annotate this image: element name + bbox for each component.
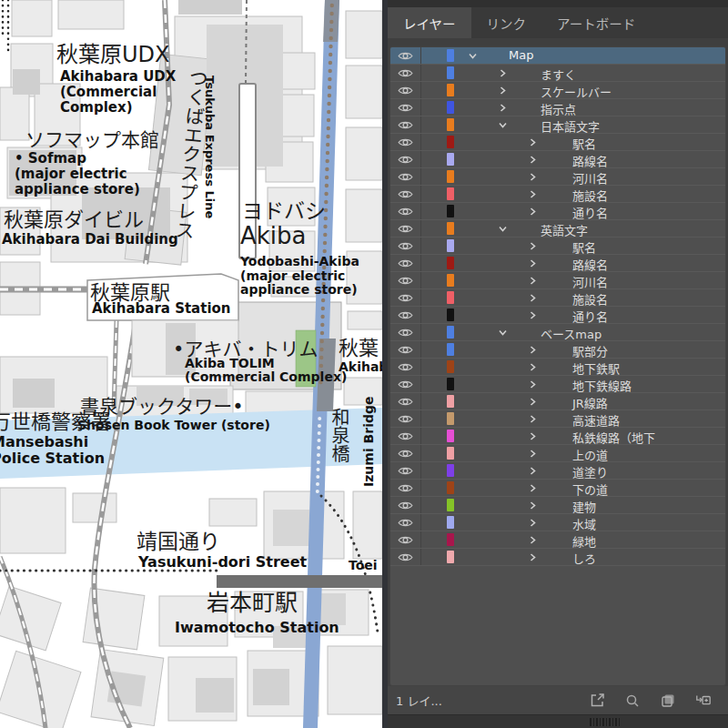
chevron-right-icon[interactable]	[528, 414, 538, 424]
visibility-eye-icon[interactable]	[390, 238, 421, 254]
chevron-right-icon[interactable]	[528, 500, 538, 511]
layer-name[interactable]: 水域	[572, 515, 596, 532]
visibility-eye-icon[interactable]	[390, 462, 421, 479]
visibility-eye-icon[interactable]	[390, 324, 421, 340]
chevron-right-icon[interactable]	[498, 86, 508, 96]
chevron-right-icon[interactable]	[528, 189, 538, 199]
layer-name[interactable]: 下の道	[572, 480, 608, 498]
visibility-eye-icon[interactable]	[390, 47, 421, 64]
layer-name[interactable]: 河川名	[572, 273, 608, 290]
layer-name[interactable]: ますく	[541, 66, 576, 83]
collect-export-icon[interactable]	[589, 693, 605, 709]
visibility-eye-icon[interactable]	[390, 186, 421, 202]
layer-name[interactable]: 私鉄線路（地下	[572, 429, 655, 446]
visibility-eye-icon[interactable]	[390, 549, 421, 565]
chevron-right-icon[interactable]	[528, 397, 538, 407]
visibility-eye-icon[interactable]	[390, 410, 421, 427]
chevron-down-icon[interactable]	[498, 328, 508, 338]
visibility-eye-icon[interactable]	[390, 445, 421, 461]
map-canvas[interactable]: 秋葉原UDXAkihabara UDX(CommercialComplex)ソフ…	[0, 0, 382, 728]
layer-name[interactable]: ベースmap	[541, 325, 602, 342]
layer-name[interactable]: 駅名	[572, 238, 596, 256]
layer-name[interactable]: 通り名	[572, 204, 608, 221]
layer-row[interactable]: 下の道	[390, 480, 725, 497]
chevron-down-icon[interactable]	[498, 224, 508, 234]
chevron-right-icon[interactable]	[528, 155, 538, 165]
layer-row[interactable]: 建物	[390, 497, 725, 514]
layer-row[interactable]: 駅部分	[390, 341, 725, 359]
visibility-eye-icon[interactable]	[390, 82, 421, 98]
chevron-right-icon[interactable]	[528, 483, 538, 493]
chevron-right-icon[interactable]	[528, 431, 538, 441]
visibility-eye-icon[interactable]	[390, 289, 421, 306]
visibility-eye-icon[interactable]	[390, 65, 421, 81]
layer-name[interactable]: 道塗り	[572, 463, 608, 480]
visibility-eye-icon[interactable]	[390, 428, 421, 444]
layer-name[interactable]: 駅部分	[572, 342, 608, 359]
visibility-eye-icon[interactable]	[390, 514, 421, 531]
layer-name[interactable]: 路線名	[572, 152, 608, 169]
layer-row[interactable]: 高速道路	[390, 410, 725, 428]
chevron-right-icon[interactable]	[528, 535, 538, 545]
layer-row[interactable]: Map	[390, 47, 725, 65]
layer-name[interactable]: 上の道	[572, 446, 608, 463]
layer-row[interactable]: JR線路	[390, 393, 725, 410]
locate-object-icon[interactable]	[624, 693, 641, 709]
visibility-eye-icon[interactable]	[390, 220, 421, 237]
visibility-eye-icon[interactable]	[390, 497, 421, 513]
chevron-right-icon[interactable]	[528, 172, 538, 182]
visibility-eye-icon[interactable]	[390, 203, 421, 219]
visibility-eye-icon[interactable]	[390, 359, 421, 375]
layer-name[interactable]: 地下鉄駅	[572, 359, 620, 377]
new-sublayer-icon[interactable]	[695, 693, 712, 709]
layer-row[interactable]: 施設名	[390, 186, 725, 203]
chevron-right-icon[interactable]	[498, 103, 508, 113]
visibility-eye-icon[interactable]	[390, 393, 421, 410]
layer-row[interactable]: 河川名	[390, 272, 725, 289]
layer-name[interactable]: 通り名	[572, 308, 608, 325]
tab-links[interactable]: リンク	[471, 7, 542, 38]
chevron-down-icon[interactable]	[498, 120, 508, 130]
chevron-right-icon[interactable]	[528, 276, 538, 286]
chevron-right-icon[interactable]	[528, 137, 538, 147]
tab-artboards[interactable]: アートボード	[541, 7, 651, 38]
layer-name[interactable]: 高速道路	[572, 411, 620, 429]
visibility-eye-icon[interactable]	[390, 116, 421, 133]
layer-name[interactable]: Map	[509, 48, 533, 62]
layer-row[interactable]: 私鉄線路（地下	[390, 428, 725, 445]
layer-row[interactable]: スケールバー	[390, 82, 725, 99]
chevron-right-icon[interactable]	[528, 552, 538, 562]
layer-row[interactable]: 上の道	[390, 445, 725, 462]
chevron-right-icon[interactable]	[528, 466, 538, 476]
visibility-eye-icon[interactable]	[390, 134, 421, 150]
chevron-right-icon[interactable]	[528, 379, 538, 389]
panel-resize-grip[interactable]	[590, 718, 621, 726]
visibility-eye-icon[interactable]	[390, 307, 421, 323]
chevron-right-icon[interactable]	[528, 241, 538, 251]
visibility-eye-icon[interactable]	[390, 376, 421, 392]
layer-row[interactable]: ベースmap	[390, 324, 725, 341]
layer-row[interactable]: 指示点	[390, 99, 725, 116]
visibility-eye-icon[interactable]	[390, 99, 421, 116]
layer-name[interactable]: 地下鉄線路	[572, 377, 632, 394]
layer-name[interactable]: 日本語文字	[541, 117, 600, 135]
layer-row[interactable]: 路線名	[390, 255, 725, 272]
layer-row[interactable]: 駅名	[390, 238, 725, 255]
layer-row[interactable]: 路線名	[390, 151, 725, 168]
chevron-right-icon[interactable]	[528, 345, 538, 355]
layer-name[interactable]: 指示点	[541, 100, 576, 117]
layer-row[interactable]: 通り名	[390, 203, 725, 220]
visibility-eye-icon[interactable]	[390, 341, 421, 358]
visibility-eye-icon[interactable]	[390, 531, 421, 548]
layer-row[interactable]: 緑地	[390, 531, 725, 549]
layer-name[interactable]: しろ	[572, 550, 596, 567]
layer-name[interactable]: JR線路	[572, 394, 608, 411]
layer-row[interactable]: 地下鉄駅	[390, 359, 725, 376]
visibility-eye-icon[interactable]	[390, 272, 421, 288]
layer-row[interactable]: 日本語文字	[390, 116, 725, 134]
layer-row[interactable]: 地下鉄線路	[390, 376, 725, 393]
layer-row[interactable]: 英語文字	[390, 220, 725, 238]
layer-name[interactable]: 路線名	[572, 256, 608, 273]
chevron-right-icon[interactable]	[528, 449, 538, 459]
layer-row[interactable]: 駅名	[390, 134, 725, 151]
